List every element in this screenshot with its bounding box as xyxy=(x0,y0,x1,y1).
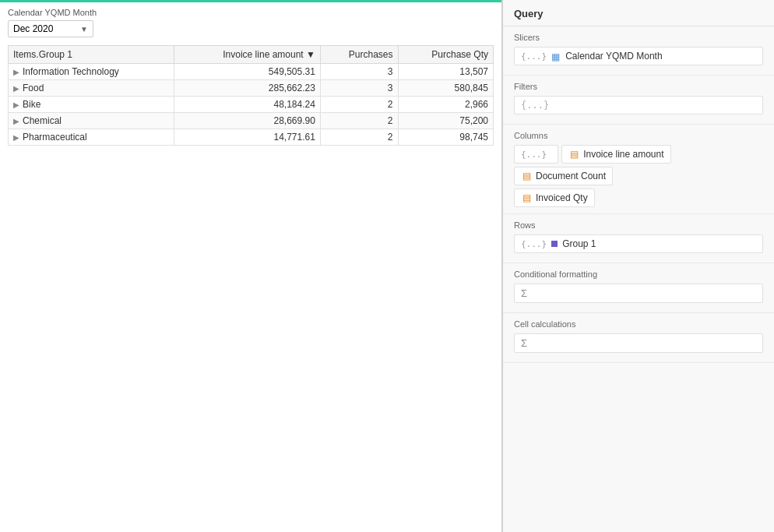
slicer-item[interactable]: {...} Calendar YQMD Month xyxy=(514,47,763,65)
expand-icon[interactable]: ▶ xyxy=(13,68,19,76)
cell-invoice-amount: 14,771.61 xyxy=(174,129,320,146)
cell-group: ▶Chemical xyxy=(9,113,174,129)
cell-calculations-section: Cell calculations Σ xyxy=(503,313,774,363)
cell-purchase-qty: 13,507 xyxy=(398,64,494,80)
cell-purchase-qty: 2,966 xyxy=(398,97,494,113)
table-row[interactable]: ▶Information Technology549,505.31313,507 xyxy=(9,64,494,80)
col-item-bracket[interactable]: {...} xyxy=(514,145,558,164)
conditional-formatting-label: Conditional formatting xyxy=(514,270,763,279)
conditional-formatting-section: Conditional formatting Σ xyxy=(503,263,774,313)
slicer-label: Calendar YQMD Month xyxy=(8,8,494,17)
cell-purchases: 3 xyxy=(320,64,398,80)
cell-group: ▶Information Technology xyxy=(9,64,174,80)
col-header-group[interactable]: Items.Group 1 xyxy=(9,46,174,64)
table-icon-orange-1: ▤ xyxy=(568,149,579,160)
columns-section: Columns {...} ▤ Invoice line amount ▤ Do… xyxy=(503,125,774,214)
table-row[interactable]: ▶Bike48,184.2422,966 xyxy=(9,97,494,113)
table-row[interactable]: ▶Food285,662.233580,845 xyxy=(9,80,494,97)
col-bracket-icon: {...} xyxy=(521,150,547,160)
slicers-section: Slicers {...} Calendar YQMD Month xyxy=(503,26,774,76)
cell-purchase-qty: 98,745 xyxy=(398,129,494,146)
col-header-invoice[interactable]: Invoice line amount ▼ xyxy=(174,46,320,64)
rows-section: Rows {...} Group 1 xyxy=(503,214,774,263)
sigma-icon-2: Σ xyxy=(521,337,527,349)
sigma-icon-1: Σ xyxy=(521,287,527,299)
query-header: Query xyxy=(503,0,774,26)
conditional-formatting-item[interactable]: Σ xyxy=(514,284,763,303)
cell-invoice-amount: 285,662.23 xyxy=(174,80,320,97)
chevron-down-icon: ▼ xyxy=(80,25,88,33)
dropdown-value: Dec 2020 xyxy=(13,23,53,34)
table-row[interactable]: ▶Pharmaceutical14,771.61298,745 xyxy=(9,129,494,146)
rows-item-label: Group 1 xyxy=(562,238,596,249)
right-panel: Query Slicers {...} Calendar YQMD Month … xyxy=(502,0,774,532)
cell-group: ▶Bike xyxy=(9,97,174,113)
rows-label: Rows xyxy=(514,220,763,230)
expand-icon[interactable]: ▶ xyxy=(13,100,19,109)
table-icon-orange-3: ▤ xyxy=(521,192,532,203)
cell-purchases: 2 xyxy=(320,97,398,113)
bracket-icon: {...} xyxy=(521,51,547,62)
cell-group: ▶Food xyxy=(9,80,174,97)
filters-section: Filters {...} xyxy=(503,76,774,125)
cell-invoice-amount: 549,505.31 xyxy=(174,64,320,80)
columns-items-row2: ▤ Invoiced Qty xyxy=(514,188,763,207)
month-dropdown[interactable]: Dec 2020 ▼ xyxy=(8,20,93,37)
columns-items: {...} ▤ Invoice line amount ▤ Document C… xyxy=(514,145,763,185)
col-item-invoiced-qty[interactable]: ▤ Invoiced Qty xyxy=(514,188,595,207)
filter-bracket-icon: {...} xyxy=(521,100,549,111)
expand-icon[interactable]: ▶ xyxy=(13,133,19,142)
filters-item[interactable]: {...} xyxy=(514,96,763,115)
cell-invoice-amount: 28,669.90 xyxy=(174,113,320,129)
cell-invoice-amount: 48,184.24 xyxy=(174,97,320,113)
hierarchy-icon xyxy=(551,51,561,61)
cell-group: ▶Pharmaceutical xyxy=(9,129,174,146)
square-bullet-icon xyxy=(551,241,558,247)
cell-purchases: 2 xyxy=(320,129,398,146)
expand-icon[interactable]: ▶ xyxy=(13,84,19,93)
cell-calculations-label: Cell calculations xyxy=(514,319,763,329)
cell-purchases: 2 xyxy=(320,113,398,129)
col-item-doc-count-label: Document Count xyxy=(536,171,606,181)
col-header-purchases[interactable]: Purchases xyxy=(320,46,398,64)
rows-item[interactable]: {...} Group 1 xyxy=(514,234,763,253)
filters-label: Filters xyxy=(514,82,763,91)
col-item-invoice[interactable]: ▤ Invoice line amount xyxy=(561,145,670,164)
table-icon-orange-2: ▤ xyxy=(521,171,532,181)
col-item-invoice-label: Invoice line amount xyxy=(583,149,663,160)
col-item-doc-count[interactable]: ▤ Document Count xyxy=(514,167,613,185)
cell-calculations-item[interactable]: Σ xyxy=(514,333,763,353)
expand-icon[interactable]: ▶ xyxy=(13,117,19,125)
table-row[interactable]: ▶Chemical28,669.90275,200 xyxy=(9,113,494,129)
cell-purchases: 3 xyxy=(320,80,398,97)
left-panel: Calendar YQMD Month Dec 2020 ▼ Items.Gro… xyxy=(0,0,502,532)
cell-purchase-qty: 75,200 xyxy=(398,113,494,129)
data-table: Items.Group 1 Invoice line amount ▼ Purc… xyxy=(8,45,494,146)
col-item-invoiced-qty-label: Invoiced Qty xyxy=(536,192,588,203)
col-header-qty[interactable]: Purchase Qty xyxy=(398,46,494,64)
cell-purchase-qty: 580,845 xyxy=(398,80,494,97)
slicers-label: Slicers xyxy=(514,33,763,42)
rows-bracket-icon: {...} xyxy=(521,239,547,249)
columns-label: Columns xyxy=(514,131,763,140)
slicer-item-label: Calendar YQMD Month xyxy=(565,51,663,62)
